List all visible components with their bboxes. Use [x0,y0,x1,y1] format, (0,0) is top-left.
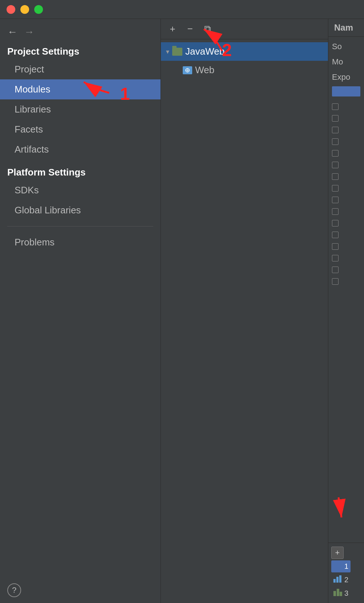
module-tree: ▾ JavaWeb Web [161,39,328,603]
checkbox-15[interactable] [332,267,339,273]
web-module-icon [183,66,192,74]
checkbox-row-3 [332,126,360,134]
tree-item-label: JavaWeb [185,46,225,57]
remove-module-button[interactable]: − [183,23,197,36]
svg-rect-6 [339,562,341,569]
tree-item-javaweb[interactable]: ▾ JavaWeb [161,42,328,61]
module-label: Mo [332,56,360,68]
checkbox-9[interactable] [332,197,339,203]
help-button[interactable]: ? [7,583,21,597]
checkbox-12[interactable] [332,232,339,238]
sidebar-item-facets[interactable]: Facets [0,119,161,139]
svg-rect-9 [339,575,341,583]
checkbox-row-12 [332,230,360,239]
expand-icon: ▾ [166,48,169,56]
checkbox-row-4 [332,137,360,146]
sidebar-item-problems[interactable]: Problems [0,232,161,252]
sidebar-item-global-libraries[interactable]: Global Libraries [0,200,161,220]
right-panel-content: So Mo Expo [328,37,364,543]
sidebar-item-project[interactable]: Project [0,59,161,79]
mini-bar-icon-1 [333,562,342,571]
right-panel: Nam So Mo Expo [328,19,364,603]
checkbox-row-7 [332,172,360,181]
back-button[interactable]: ← [7,26,17,38]
checkbox-11[interactable] [332,220,339,226]
folder-icon [172,48,182,56]
mini-bar-item-1[interactable]: 1 [331,560,351,572]
checkbox-row-16 [332,277,360,286]
checkbox-row-5 [332,149,360,158]
checkbox-14[interactable] [332,255,339,261]
checkbox-7[interactable] [332,173,339,180]
checkbox-row-2 [332,114,360,123]
mini-bar-item-2[interactable]: 2 [331,574,351,586]
checkbox-10[interactable] [332,208,339,215]
checkbox-row-1 [332,102,360,111]
checkbox-2[interactable] [332,115,339,122]
checkbox-row-11 [332,219,360,228]
add-module-button[interactable]: + [166,23,179,36]
window: ← → Project Settings Project Modules Lib… [0,0,364,603]
sidebar-divider [7,226,153,226]
platform-settings-header: Platform Settings [0,163,161,180]
svg-rect-8 [336,577,339,583]
mini-bar-label-1: 1 [344,562,348,571]
checkbox-3[interactable] [332,127,339,133]
checkbox-6[interactable] [332,162,339,168]
mini-bar-label-2: 2 [344,576,348,584]
tree-item-web[interactable]: Web [161,61,328,79]
sidebar-item-modules[interactable]: Modules [0,79,161,99]
svg-rect-10 [333,591,336,596]
export-blue-bar [332,86,360,96]
forward-button[interactable]: → [24,26,34,38]
sidebar-item-libraries[interactable]: Libraries [0,99,161,119]
sidebar-item-artifacts[interactable]: Artifacts [0,139,161,159]
middle-panel: + − ⧉ ▾ JavaWeb [161,19,328,603]
title-bar [0,0,364,19]
tree-item-web-label: Web [195,64,214,76]
svg-rect-5 [336,563,339,569]
project-settings-header: Project Settings [0,42,161,59]
checkbox-row-9 [332,196,360,204]
checkbox-row-10 [332,207,360,216]
checkbox-row-14 [332,254,360,263]
traffic-light-green[interactable] [34,5,43,14]
svg-rect-7 [333,579,336,583]
checkbox-row-6 [332,161,360,169]
mini-bar-icon-3 [333,589,342,598]
sidebar: ← → Project Settings Project Modules Lib… [0,19,161,603]
checkbox-13[interactable] [332,243,339,250]
mini-bar-icon-2 [333,575,342,584]
traffic-light-red[interactable] [7,5,15,14]
copy-module-button[interactable]: ⧉ [201,23,214,36]
traffic-light-yellow[interactable] [20,5,29,14]
add-dependency-button[interactable]: + [331,547,344,559]
sources-label: So [332,40,360,53]
export-label: Expo [332,71,360,83]
checkbox-16[interactable] [332,278,339,285]
checkbox-1[interactable] [332,103,339,110]
checkbox-8[interactable] [332,185,339,192]
checkbox-row-8 [332,184,360,193]
sidebar-item-sdks[interactable]: SDKs [0,180,161,200]
checkbox-5[interactable] [332,150,339,157]
mini-bar-label-3: 3 [344,589,348,598]
checkbox-row-15 [332,265,360,274]
checkbox-4[interactable] [332,138,339,145]
main-content: ← → Project Settings Project Modules Lib… [0,19,364,603]
svg-rect-4 [333,565,336,569]
right-panel-name-header: Nam [328,19,364,37]
svg-rect-11 [337,589,339,596]
checkbox-row-13 [332,242,360,251]
svg-rect-12 [340,592,342,596]
mini-bar-item-3[interactable]: 3 [331,587,351,599]
middle-toolbar: + − ⧉ [161,19,328,39]
